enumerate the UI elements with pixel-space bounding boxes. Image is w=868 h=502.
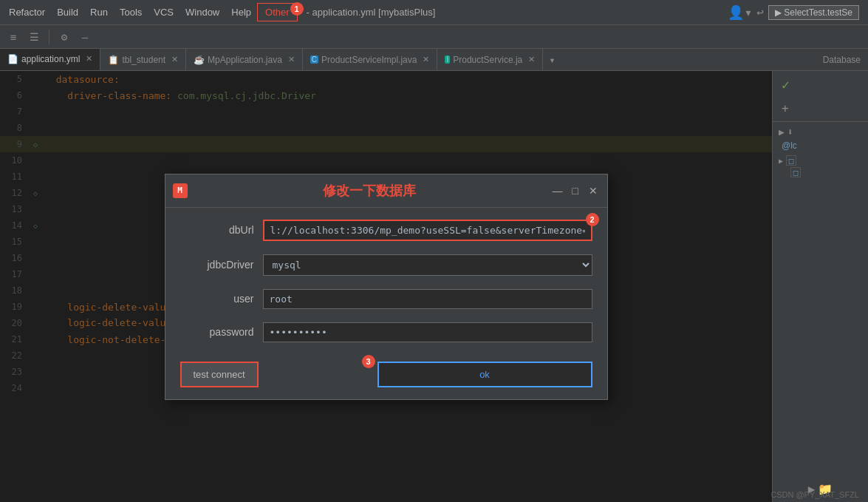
expand-icon: ▶ xyxy=(779,157,783,165)
dialog-close-btn[interactable]: ✕ xyxy=(587,184,600,197)
dialog-minimize-btn[interactable]: — xyxy=(551,184,564,197)
ok-button[interactable]: ok xyxy=(377,362,592,387)
tab-tbl-student[interactable]: 📋 tbl_student ✕ xyxy=(100,49,186,71)
settings-icon[interactable]: ⚙ xyxy=(55,28,73,46)
user-input[interactable] xyxy=(263,289,592,309)
profile-icon[interactable]: 👤▾ xyxy=(728,4,752,20)
password-input[interactable] xyxy=(263,322,592,342)
dburl-badge: 2 xyxy=(586,213,599,226)
tab-mp-application[interactable]: ☕ MpApplication.java ✕ xyxy=(186,49,303,71)
test-connect-button[interactable]: test connect xyxy=(180,362,259,387)
dburl-label: dbUrl xyxy=(180,224,254,236)
menu-right-actions: 👤▾ ↩ ▶ SelectTest.testSe xyxy=(728,4,865,20)
window-title: - application.yml [mybatisPlus] xyxy=(307,7,436,18)
tab-file-icon: C xyxy=(310,55,318,64)
password-label: password xyxy=(180,326,254,338)
tree-node-icon-2: □ xyxy=(790,167,801,177)
dialog-controls: — □ ✕ xyxy=(551,184,600,197)
dialog-app-icon: M xyxy=(173,183,188,198)
tab-application-yml[interactable]: 📄 application.yml ✕ xyxy=(0,49,100,71)
tab-product-service-impl[interactable]: C ProductServiceImpl.java ✕ xyxy=(303,49,438,71)
dialog-body: dbUrl 2 jdbcDriver mysql oracle postgres… xyxy=(165,208,607,354)
form-row-password: password xyxy=(180,322,592,342)
tab-file-icon: ☕ xyxy=(194,55,205,65)
arrow-icon-2: ⬇ xyxy=(787,126,793,138)
menu-window[interactable]: Window xyxy=(180,4,225,21)
menu-run[interactable]: Run xyxy=(84,4,114,21)
dburl-input[interactable] xyxy=(263,220,592,241)
tree-node-icon: □ xyxy=(786,155,796,166)
arrow-icon: ▶ xyxy=(779,126,785,138)
dialog-maximize-btn[interactable]: □ xyxy=(569,184,582,197)
tree-arrow-row: ▶ ⬇ xyxy=(779,125,862,139)
form-row-dburl: dbUrl 2 xyxy=(180,220,592,241)
test-connect-badge: 3 xyxy=(362,355,375,368)
list-icon[interactable]: ≡ xyxy=(4,28,22,46)
user-label: user xyxy=(180,293,254,305)
main-area: 5 datasource: 6 driver-class-name: com.m… xyxy=(0,71,868,502)
menu-bar: Refactor Build Run Tools VCS Window Help… xyxy=(0,0,868,25)
right-panel: ✓ + ▶ ⬇ @lc ▶ □ □ ▶ 📁 xyxy=(772,71,868,502)
dialog-footer: test connect 3 ok xyxy=(165,354,607,399)
menu-build[interactable]: Build xyxy=(51,4,84,21)
checkmark-icon: ✓ xyxy=(776,74,865,95)
tab-close-btn[interactable]: ✕ xyxy=(86,54,92,64)
tab-file-icon: I xyxy=(445,55,450,64)
right-panel-top: ✓ + xyxy=(773,71,868,121)
form-row-user: user xyxy=(180,289,592,309)
tabs-more-btn[interactable]: ▾ xyxy=(543,54,561,66)
tree-child-2: □ xyxy=(790,167,862,177)
back-icon[interactable]: ↩ xyxy=(756,5,764,19)
tree-item-lc: @lc xyxy=(779,139,862,152)
tab-file-icon: 📋 xyxy=(108,55,119,65)
jdbcdriver-select[interactable]: mysql oracle postgresql xyxy=(263,254,592,276)
code-editor[interactable]: 5 datasource: 6 driver-class-name: com.m… xyxy=(0,71,772,502)
dialog: M 修改一下数据库 — □ ✕ dbUrl xyxy=(165,174,608,400)
jdbcdriver-label: jdbcDriver xyxy=(180,259,254,271)
add-icon[interactable]: + xyxy=(776,98,865,118)
tab-product-service[interactable]: I ProductService.ja ✕ xyxy=(437,49,543,71)
menu-tools[interactable]: Tools xyxy=(114,4,148,21)
tab-close-btn[interactable]: ✕ xyxy=(171,55,178,64)
menu-refactor[interactable]: Refactor xyxy=(3,4,51,21)
tree-children: ▶ □ □ xyxy=(779,152,862,180)
tab-close-btn[interactable]: ✕ xyxy=(288,55,295,64)
test-connect-wrap: test connect 3 xyxy=(180,362,369,387)
database-panel-label: Database xyxy=(816,55,868,65)
toolbar-divider xyxy=(49,30,49,44)
tab-close-btn[interactable]: ✕ xyxy=(528,55,535,64)
select-test-button[interactable]: ▶ SelectTest.testSe xyxy=(768,5,859,20)
dialog-titlebar: M 修改一下数据库 — □ ✕ xyxy=(165,174,607,208)
status-bar: CSDN @PY_XAT_SFZL xyxy=(762,487,868,502)
dburl-field-wrap: 2 xyxy=(263,220,592,241)
dialog-overlay: M 修改一下数据库 — □ ✕ dbUrl xyxy=(0,71,772,502)
menu-help[interactable]: Help xyxy=(225,4,257,21)
tree-child-1: ▶ □ xyxy=(779,155,862,166)
toolbar: ≡ ☰ ⚙ — xyxy=(0,25,868,49)
dialog-title: 修改一下数据库 xyxy=(188,179,551,203)
menu-vcs[interactable]: VCS xyxy=(148,4,180,21)
form-row-jdbcdriver: jdbcDriver mysql oracle postgresql xyxy=(180,254,592,276)
right-panel-tree: ▶ ⬇ @lc ▶ □ □ xyxy=(773,121,868,183)
tab-file-icon: 📄 xyxy=(7,54,18,64)
menu-other-badge: 1 xyxy=(290,2,304,16)
indent-icon[interactable]: ☰ xyxy=(25,28,43,46)
minus-icon[interactable]: — xyxy=(76,28,94,46)
tab-close-btn[interactable]: ✕ xyxy=(423,55,429,64)
tabs-bar: 📄 application.yml ✕ 📋 tbl_student ✕ ☕ Mp… xyxy=(0,49,868,71)
